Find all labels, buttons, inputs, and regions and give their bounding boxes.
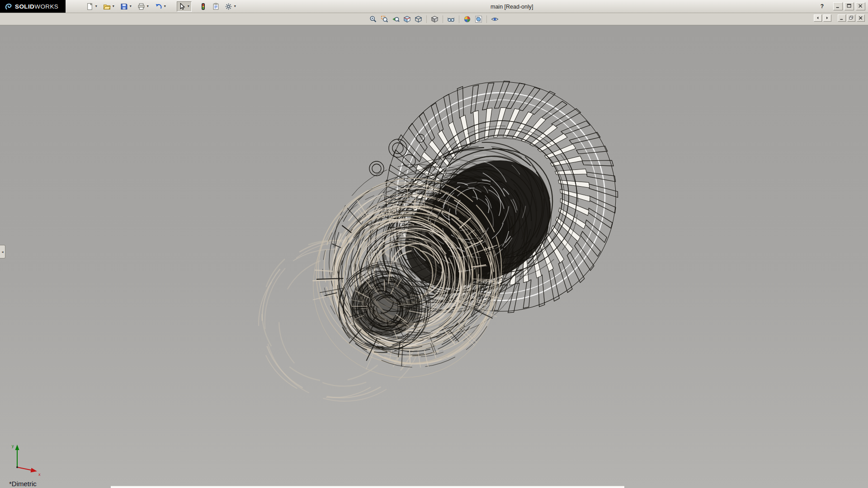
document-minimize-button[interactable] bbox=[838, 14, 846, 22]
dropdown-arrow-icon[interactable]: ▾ bbox=[186, 4, 190, 9]
document-next-window-button[interactable] bbox=[823, 14, 831, 22]
status-bar-sliver bbox=[111, 486, 624, 488]
previous-view-icon bbox=[392, 15, 400, 23]
new-document-button[interactable]: ▾ bbox=[85, 1, 99, 12]
edit-appearance-icon bbox=[463, 15, 471, 23]
file-properties-icon bbox=[212, 3, 220, 10]
close-icon bbox=[858, 3, 864, 9]
document-close-button[interactable] bbox=[857, 14, 865, 22]
zoom-to-fit-button[interactable] bbox=[368, 14, 379, 24]
standard-toolbar: ▾▾▾▾▾▾▾ bbox=[85, 1, 238, 12]
new-document-icon bbox=[86, 3, 94, 10]
chevron-left-icon: ◂ bbox=[1, 250, 3, 254]
toolbar-separator bbox=[426, 15, 427, 23]
save-icon bbox=[120, 3, 128, 10]
window-controls: ? bbox=[817, 2, 868, 10]
toolbar-separator bbox=[443, 15, 443, 23]
section-view-icon bbox=[403, 15, 411, 23]
apply-scene-button[interactable] bbox=[473, 14, 484, 24]
dropdown-arrow-icon[interactable]: ▾ bbox=[146, 4, 150, 9]
solidworks-window: SOLIDWORKS ▾▾▾▾▾▾▾ main [Read-only] ? ◂ … bbox=[0, 0, 868, 488]
print-button[interactable]: ▾ bbox=[136, 1, 151, 12]
help-icon: ? bbox=[821, 3, 824, 9]
undo-icon bbox=[155, 3, 162, 10]
options-button[interactable]: ▾ bbox=[223, 1, 238, 12]
orientation-triad: y x bbox=[6, 440, 44, 478]
heads-up-toolbar bbox=[368, 14, 500, 24]
view-settings-icon bbox=[491, 15, 499, 23]
view-orientation-icon bbox=[415, 15, 422, 23]
triad-x-label: x bbox=[38, 472, 41, 477]
document-restore-button[interactable] bbox=[847, 14, 855, 22]
document-window-controls bbox=[814, 14, 865, 22]
options-icon bbox=[225, 3, 232, 10]
apply-scene-icon bbox=[475, 15, 482, 23]
previous-view-button[interactable] bbox=[390, 14, 401, 24]
select-icon bbox=[178, 3, 186, 10]
rebuild-button[interactable] bbox=[198, 1, 208, 12]
toolbar-separator bbox=[486, 15, 487, 23]
3ds-logo-icon bbox=[5, 3, 12, 10]
window-title: main [Read-only] bbox=[491, 0, 533, 13]
dropdown-arrow-icon[interactable]: ▾ bbox=[128, 4, 132, 9]
next-window-icon bbox=[825, 15, 830, 21]
open-button[interactable]: ▾ bbox=[102, 1, 117, 12]
undo-button[interactable]: ▾ bbox=[153, 1, 168, 12]
close-button[interactable] bbox=[856, 2, 865, 10]
hide-show-items-button[interactable] bbox=[445, 14, 457, 24]
rebuild-icon bbox=[199, 3, 207, 10]
display-style-button[interactable] bbox=[429, 14, 440, 24]
dropdown-arrow-icon[interactable]: ▾ bbox=[163, 4, 167, 9]
dropdown-arrow-icon[interactable]: ▾ bbox=[111, 4, 115, 9]
print-icon bbox=[137, 3, 145, 10]
select-button[interactable]: ▾ bbox=[177, 1, 192, 12]
restore-icon bbox=[849, 15, 854, 21]
heads-up-row bbox=[0, 13, 868, 25]
previous-window-icon bbox=[815, 15, 821, 21]
view-orientation-button[interactable] bbox=[413, 14, 424, 24]
minimize-icon bbox=[839, 15, 845, 21]
view-orientation-label: *Dimetric bbox=[9, 480, 37, 488]
open-icon bbox=[103, 3, 111, 10]
file-properties-button[interactable] bbox=[211, 1, 221, 12]
view-settings-button[interactable] bbox=[489, 14, 500, 24]
triad-y-label: y bbox=[12, 444, 14, 448]
maximize-icon bbox=[846, 3, 853, 9]
close-icon bbox=[858, 15, 864, 21]
display-style-icon bbox=[431, 15, 439, 23]
save-button[interactable]: ▾ bbox=[119, 1, 134, 12]
graphics-viewport[interactable]: ◂ y x *Dimetric bbox=[0, 25, 868, 488]
edit-appearance-button[interactable] bbox=[462, 14, 473, 24]
toolbar-separator bbox=[459, 15, 459, 23]
minimize-button[interactable] bbox=[833, 2, 843, 10]
zoom-to-fit-icon bbox=[369, 15, 377, 23]
zoom-to-area-icon bbox=[381, 15, 388, 23]
hide-show-items-icon bbox=[447, 15, 455, 23]
dropdown-arrow-icon[interactable]: ▾ bbox=[94, 4, 98, 9]
brand-text: SOLIDWORKS bbox=[15, 2, 58, 10]
engine-model[interactable] bbox=[0, 25, 868, 488]
titlebar[interactable]: SOLIDWORKS ▾▾▾▾▾▾▾ main [Read-only] ? bbox=[0, 0, 868, 13]
minimize-icon bbox=[835, 3, 841, 9]
solidworks-logo: SOLIDWORKS bbox=[0, 0, 66, 13]
help-button[interactable]: ? bbox=[817, 2, 827, 10]
dropdown-arrow-icon[interactable]: ▾ bbox=[233, 4, 237, 9]
maximize-button[interactable] bbox=[844, 2, 854, 10]
section-view-button[interactable] bbox=[401, 14, 413, 24]
document-previous-window-button[interactable] bbox=[814, 14, 822, 22]
panel-expand-tab[interactable]: ◂ bbox=[0, 245, 5, 258]
zoom-to-area-button[interactable] bbox=[379, 14, 390, 24]
